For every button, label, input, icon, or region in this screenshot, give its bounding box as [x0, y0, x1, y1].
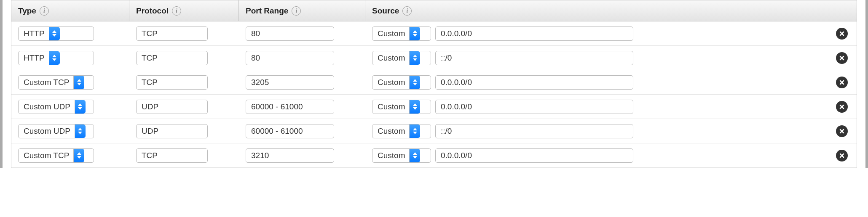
type-select-value: Custom TCP [19, 78, 73, 87]
close-icon [839, 79, 845, 85]
header-source[interactable]: Source i [365, 0, 827, 21]
svg-marker-25 [78, 132, 82, 134]
table-row: HTTP Custom [11, 21, 857, 46]
chevron-updown-icon [75, 124, 86, 138]
table-row: Custom UDP Custom [11, 119, 857, 143]
table-row: Custom TCP Custom [11, 143, 857, 168]
protocol-input[interactable] [136, 26, 208, 41]
protocol-input[interactable] [136, 124, 208, 138]
port-range-input[interactable] [246, 51, 334, 65]
table-row: Custom UDP Custom [11, 95, 857, 119]
type-select-value: Custom UDP [19, 102, 75, 111]
close-icon [839, 104, 845, 110]
info-icon[interactable]: i [292, 6, 301, 16]
chevron-updown-icon [409, 51, 420, 65]
source-cidr-input[interactable] [435, 26, 633, 41]
chevron-updown-icon [409, 100, 420, 114]
remove-rule-button[interactable] [836, 101, 848, 113]
header-source-label: Source [372, 6, 399, 16]
protocol-input[interactable] [136, 51, 208, 65]
info-icon[interactable]: i [40, 6, 49, 16]
chevron-updown-icon [409, 76, 420, 89]
header-remove [827, 0, 857, 21]
source-cidr-input[interactable] [435, 124, 633, 138]
svg-marker-15 [413, 83, 417, 85]
chevron-updown-icon [409, 124, 420, 138]
info-icon[interactable]: i [172, 6, 181, 16]
source-mode-select[interactable]: Custom [372, 124, 431, 138]
header-port-range[interactable]: Port Range i [239, 0, 365, 21]
svg-marker-1 [52, 34, 56, 37]
type-select[interactable]: Custom UDP [18, 100, 94, 114]
type-select[interactable]: HTTP [18, 51, 94, 65]
source-mode-select[interactable]: Custom [372, 148, 431, 163]
source-cidr-input[interactable] [435, 75, 633, 90]
source-mode-value: Custom [372, 78, 409, 87]
svg-marker-21 [413, 107, 417, 110]
close-icon [839, 128, 845, 134]
svg-marker-9 [413, 58, 417, 61]
chevron-updown-icon [49, 51, 60, 65]
chevron-updown-icon [409, 27, 420, 40]
remove-rule-button[interactable] [836, 150, 848, 161]
svg-marker-13 [77, 83, 81, 85]
remove-rule-button[interactable] [836, 52, 848, 64]
protocol-input[interactable] [136, 75, 208, 90]
header-protocol[interactable]: Protocol i [129, 0, 239, 21]
info-icon[interactable]: i [402, 6, 412, 16]
protocol-input[interactable] [136, 100, 208, 114]
remove-rule-button[interactable] [836, 28, 848, 40]
close-icon [839, 55, 845, 61]
type-select-value: HTTP [19, 29, 49, 38]
svg-marker-6 [52, 55, 56, 57]
svg-marker-27 [413, 132, 417, 134]
svg-marker-20 [413, 103, 417, 106]
source-mode-value: Custom [372, 53, 409, 63]
header-protocol-label: Protocol [136, 6, 169, 16]
source-mode-select[interactable]: Custom [372, 100, 431, 114]
svg-marker-18 [78, 103, 82, 106]
type-select[interactable]: HTTP [18, 26, 94, 41]
source-cidr-input[interactable] [435, 100, 633, 114]
close-icon [839, 153, 845, 159]
svg-marker-0 [52, 30, 56, 33]
table-row: HTTP Custom [11, 46, 857, 70]
svg-marker-30 [77, 152, 81, 155]
chevron-updown-icon [73, 76, 84, 89]
source-mode-select[interactable]: Custom [372, 75, 431, 90]
svg-marker-32 [413, 152, 417, 155]
chevron-updown-icon [75, 100, 86, 114]
port-range-input[interactable] [246, 100, 334, 114]
svg-marker-12 [77, 79, 81, 82]
type-select[interactable]: Custom TCP [18, 148, 94, 163]
header-type-label: Type [18, 6, 36, 16]
port-range-input[interactable] [246, 75, 334, 90]
close-icon [839, 31, 845, 37]
remove-rule-button[interactable] [836, 125, 848, 137]
source-mode-value: Custom [372, 127, 409, 136]
svg-marker-8 [413, 55, 417, 57]
source-mode-select[interactable]: Custom [372, 51, 431, 65]
protocol-input[interactable] [136, 148, 208, 163]
svg-marker-24 [78, 128, 82, 130]
rules-table-header: Type i Protocol i Port Range i Source i [11, 0, 857, 21]
chevron-updown-icon [49, 27, 60, 40]
port-range-input[interactable] [246, 124, 334, 138]
type-select-value: Custom TCP [19, 151, 73, 160]
source-cidr-input[interactable] [435, 148, 633, 163]
svg-marker-14 [413, 79, 417, 82]
source-mode-select[interactable]: Custom [372, 26, 431, 41]
type-select[interactable]: Custom UDP [18, 124, 94, 138]
source-cidr-input[interactable] [435, 51, 633, 65]
port-range-input[interactable] [246, 148, 334, 163]
table-row: Custom TCP Custom [11, 70, 857, 95]
remove-rule-button[interactable] [836, 77, 848, 88]
header-port-range-label: Port Range [246, 6, 288, 16]
port-range-input[interactable] [246, 26, 334, 41]
source-mode-value: Custom [372, 102, 409, 111]
header-type[interactable]: Type i [11, 0, 129, 21]
type-select[interactable]: Custom TCP [18, 75, 94, 90]
source-mode-value: Custom [372, 151, 409, 160]
chevron-updown-icon [73, 149, 84, 162]
svg-marker-2 [413, 30, 417, 33]
